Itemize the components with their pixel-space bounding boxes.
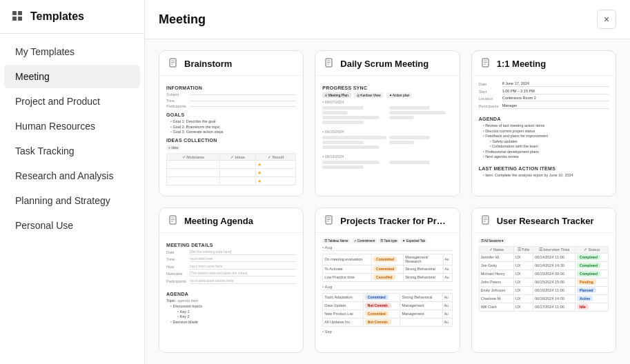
template-card-header-scrum: Daily Scrum Meeting bbox=[315, 51, 459, 76]
sidebar: Templates My Templates Meeting Project a… bbox=[0, 0, 145, 364]
svg-rect-8 bbox=[326, 59, 332, 67]
template-title-scrum: Daily Scrum Meeting bbox=[340, 59, 429, 69]
template-preview-scrum: Progress Sync ≡ Meeting Plan ◎ Kanban Vi… bbox=[315, 76, 459, 196]
template-card-daily-scrum[interactable]: Daily Scrum Meeting Progress Sync ≡ Meet… bbox=[315, 50, 460, 196]
svg-rect-2 bbox=[12, 17, 17, 21]
sidebar-item-planning-strategy[interactable]: Planning and Strategy bbox=[4, 189, 140, 212]
template-card-header: Brainstorm bbox=[159, 51, 303, 76]
sidebar-item-task-tracking[interactable]: Task Tracking bbox=[4, 139, 140, 163]
sidebar-item-human-resources[interactable]: Human Resources bbox=[4, 114, 140, 138]
template-preview-pt: ☰ Tableau Name ✓ Commitment ☰ Task type … bbox=[315, 233, 459, 354]
svg-rect-24 bbox=[482, 216, 489, 224]
sidebar-item-personal-use[interactable]: Personal Use bbox=[4, 214, 140, 237]
sidebar-item-project-product[interactable]: Project and Product bbox=[4, 90, 140, 113]
sidebar-item-my-templates[interactable]: My Templates bbox=[4, 40, 140, 63]
template-card-projects-tracker[interactable]: Projects Tracker for Prod... ☰ Tableau N… bbox=[315, 208, 460, 354]
template-title-agenda: Meeting Agenda bbox=[184, 216, 253, 226]
main-header: Meeting × bbox=[145, 0, 630, 39]
template-title-oo: 1:1 Meeting bbox=[497, 59, 547, 69]
doc-icon-ur bbox=[482, 215, 491, 227]
templates-icon bbox=[11, 10, 25, 23]
templates-grid: Brainstorm Information Subject Time Part… bbox=[145, 39, 630, 364]
svg-rect-1 bbox=[18, 11, 22, 15]
template-preview-brainstorm: Information Subject Time Participants Go… bbox=[159, 76, 303, 196]
svg-rect-0 bbox=[12, 11, 17, 15]
svg-rect-16 bbox=[170, 216, 176, 224]
template-title-brainstorm: Brainstorm bbox=[184, 59, 232, 69]
template-card-header-agenda: Meeting Agenda bbox=[159, 208, 303, 233]
template-preview-oo: Date If June 17, 2024 Start 1:00 PM – 2:… bbox=[472, 76, 616, 196]
close-button[interactable]: × bbox=[597, 10, 616, 29]
template-title-ur: User Research Tracker bbox=[497, 216, 594, 226]
template-card-user-research[interactable]: User Research Tracker ☰ All Sessions ▾ ✓… bbox=[471, 208, 616, 354]
doc-icon-agenda bbox=[169, 215, 179, 227]
sidebar-title: Templates bbox=[30, 10, 84, 23]
sidebar-nav: My Templates Meeting Project and Product… bbox=[0, 34, 144, 364]
svg-rect-3 bbox=[18, 17, 22, 21]
sidebar-item-research-analysis[interactable]: Research and Analysis bbox=[4, 164, 140, 188]
doc-icon-pt bbox=[325, 215, 335, 227]
template-card-agenda[interactable]: Meeting Agenda Meeting Details Date [Set… bbox=[159, 208, 304, 354]
sidebar-item-meeting[interactable]: Meeting bbox=[4, 65, 140, 88]
template-card-header-pt: Projects Tracker for Prod... bbox=[315, 208, 459, 233]
main-title: Meeting bbox=[159, 12, 206, 27]
sidebar-header: Templates bbox=[0, 0, 144, 34]
svg-rect-4 bbox=[170, 59, 176, 67]
doc-icon-oo bbox=[482, 58, 491, 70]
doc-icon bbox=[169, 58, 179, 70]
svg-rect-12 bbox=[482, 59, 489, 67]
template-preview-ur: ☰ All Sessions ▾ ✓ Name ☰ Title ☰ Interv… bbox=[472, 233, 616, 354]
template-card-brainstorm[interactable]: Brainstorm Information Subject Time Part… bbox=[159, 50, 304, 196]
template-card-header-ur: User Research Tracker bbox=[472, 208, 616, 233]
template-card-one-on-one[interactable]: 1:1 Meeting Date If June 17, 2024 Start … bbox=[471, 50, 616, 196]
main-content: Meeting × Brainstorm Information bbox=[145, 0, 630, 364]
template-card-header-oo: 1:1 Meeting bbox=[472, 51, 616, 76]
template-title-pt: Projects Tracker for Prod... bbox=[340, 216, 449, 226]
svg-rect-20 bbox=[326, 216, 332, 224]
doc-icon-scrum bbox=[325, 58, 335, 70]
template-preview-agenda: Meeting Details Date [Set the meeting da… bbox=[159, 233, 303, 354]
